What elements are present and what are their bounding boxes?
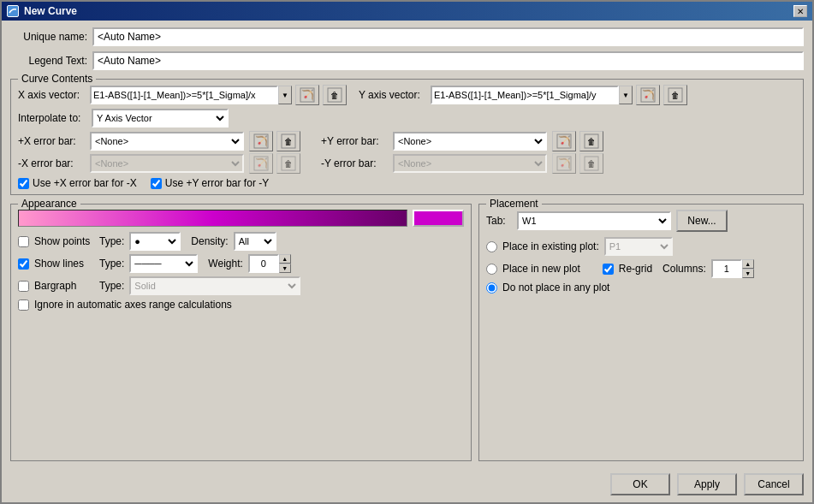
neg-x-icon2[interactable]: 🗑 (276, 153, 300, 174)
place-existing-select[interactable]: P1 (604, 237, 673, 256)
x-axis-icon1[interactable]: 🏹 (295, 85, 319, 105)
columns-arrows: ▲ ▼ (742, 259, 754, 278)
tab-label: Tab: (486, 215, 512, 227)
x-axis-label: X axis vector: (18, 89, 86, 101)
svg-text:🗑: 🗑 (671, 91, 680, 100)
neg-x-error-select[interactable]: <None> (90, 154, 244, 173)
use-x-error-label: Use +X error bar for -X (33, 177, 137, 189)
bargraph-type-label: Type: (99, 280, 124, 292)
use-x-error-item: Use +X error bar for -X (18, 177, 137, 189)
show-points-label: Show points (34, 235, 94, 247)
y-error-label: +Y error bar: (321, 135, 389, 147)
columns-spinbox: ▲ ▼ (711, 259, 754, 278)
unique-name-row: Unique name: (10, 27, 804, 46)
neg-y-error-select[interactable]: <None> (393, 154, 547, 173)
y-error-icon1[interactable]: 🏹 (552, 131, 576, 151)
x-error-combo-wrapper: <None> (90, 132, 244, 151)
place-new-label: Place in new plot (502, 263, 580, 275)
color-gradient (18, 210, 407, 227)
ignore-label: Ignore in automatic axes range calculati… (34, 299, 232, 311)
weight-down[interactable]: ▼ (279, 264, 291, 273)
y-axis-input[interactable] (431, 86, 619, 104)
use-y-error-checkbox[interactable] (151, 178, 162, 189)
columns-up[interactable]: ▲ (742, 259, 754, 269)
svg-text:🗑: 🗑 (587, 137, 596, 146)
points-type-label: Type: (99, 235, 124, 247)
new-tab-button[interactable]: New... (676, 210, 728, 232)
new-curve-dialog: New Curve ✕ Unique name: Legend Text: Cu… (0, 0, 814, 504)
x-axis-input[interactable] (90, 86, 278, 104)
use-y-error-label: Use +Y error bar for -Y (165, 177, 270, 189)
ignore-row: Ignore in automatic axes range calculati… (18, 299, 464, 311)
neg-x-icon1[interactable]: 🏹 (249, 153, 273, 174)
ignore-checkbox[interactable] (18, 299, 29, 311)
svg-text:🏹: 🏹 (301, 88, 314, 101)
bargraph-row: Bargraph Type: Solid (18, 276, 464, 295)
color-swatch[interactable] (413, 210, 464, 227)
y-axis-arrow[interactable]: ▼ (619, 86, 633, 104)
y-axis-icon2[interactable]: 🗑 (663, 85, 687, 105)
y-axis-combo-wrapper: ▼ (431, 86, 633, 104)
regrid-checkbox[interactable] (603, 264, 614, 275)
tab-select[interactable]: W1 (517, 211, 671, 230)
dialog-body: Unique name: Legend Text: Curve Contents… (2, 21, 812, 468)
place-new-radio[interactable] (486, 264, 497, 275)
placement-title: Placement (486, 198, 542, 210)
weight-label: Weight: (208, 258, 242, 270)
neg-y-icon2[interactable]: 🗑 (579, 153, 603, 174)
show-points-checkbox[interactable] (18, 236, 29, 247)
neg-y-error-combo-wrapper: <None> (393, 154, 547, 173)
weight-up[interactable]: ▲ (279, 254, 291, 264)
axis-vector-row: X axis vector: ▼ 🏹 🗑 (18, 85, 796, 105)
use-x-error-checkbox[interactable] (18, 178, 29, 189)
appearance-title: Appearance (18, 198, 80, 210)
apply-button[interactable]: Apply (677, 473, 737, 495)
svg-text:🏹: 🏹 (558, 157, 571, 169)
y-axis-label: Y axis vector: (359, 89, 427, 101)
app-icon (7, 5, 19, 17)
x-axis-arrow[interactable]: ▼ (278, 86, 292, 104)
interpolate-label: Interpolate to: (18, 112, 86, 124)
y-error-select[interactable]: <None> (393, 132, 547, 151)
neg-x-error-label: -X error bar: (18, 157, 86, 169)
y-error-icon2[interactable]: 🗑 (579, 131, 603, 151)
x-error-label: +X error bar: (18, 135, 86, 147)
no-place-radio[interactable] (486, 282, 497, 294)
place-new-row: Place in new plot Re-grid Columns: ▲ ▼ (486, 259, 796, 278)
curve-contents-group: Curve Contents X axis vector: ▼ 🏹 (10, 79, 804, 195)
place-existing-label: Place in existing plot: (502, 240, 599, 252)
interpolate-select[interactable]: Y Axis Vector (92, 109, 229, 127)
x-error-icon2[interactable]: 🗑 (276, 131, 300, 151)
use-y-error-item: Use +Y error bar for -Y (151, 177, 270, 189)
bargraph-label: Bargraph (34, 280, 94, 292)
x-error-select[interactable]: <None> (90, 132, 244, 151)
columns-label: Columns: (662, 263, 706, 275)
bargraph-type-select[interactable]: Solid (129, 276, 300, 295)
place-existing-radio[interactable] (486, 241, 497, 252)
error-checkbox-row: Use +X error bar for -X Use +Y error bar… (18, 177, 796, 189)
svg-text:🏹: 🏹 (558, 134, 571, 147)
weight-input[interactable] (248, 254, 279, 273)
legend-text-input[interactable] (92, 51, 804, 70)
show-points-row: Show points Type: ● Density: All (18, 232, 464, 251)
show-lines-checkbox[interactable] (18, 258, 29, 270)
show-lines-row: Show lines Type: ──── Weight: ▲ ▼ (18, 254, 464, 273)
ok-button[interactable]: OK (610, 473, 670, 495)
y-axis-icon1[interactable]: 🏹 (636, 85, 660, 105)
points-type-select[interactable]: ● (129, 232, 181, 251)
bargraph-checkbox[interactable] (18, 281, 29, 292)
svg-text:🗑: 🗑 (330, 91, 339, 100)
x-error-icon1[interactable]: 🏹 (249, 131, 273, 151)
cancel-button[interactable]: Cancel (744, 473, 804, 495)
close-button[interactable]: ✕ (793, 5, 807, 17)
x-axis-icon2[interactable]: 🗑 (323, 85, 347, 105)
columns-down[interactable]: ▼ (742, 269, 754, 278)
title-bar: New Curve ✕ (2, 2, 812, 21)
columns-input[interactable] (711, 259, 742, 278)
lines-type-select[interactable]: ──── (129, 254, 198, 273)
unique-name-input[interactable] (92, 27, 804, 46)
bottom-panels: Appearance Show points Type: ● Density: (10, 200, 804, 461)
neg-y-icon1[interactable]: 🏹 (552, 153, 576, 174)
density-select[interactable]: All (234, 232, 276, 251)
weight-spinbox: ▲ ▼ (248, 254, 291, 273)
